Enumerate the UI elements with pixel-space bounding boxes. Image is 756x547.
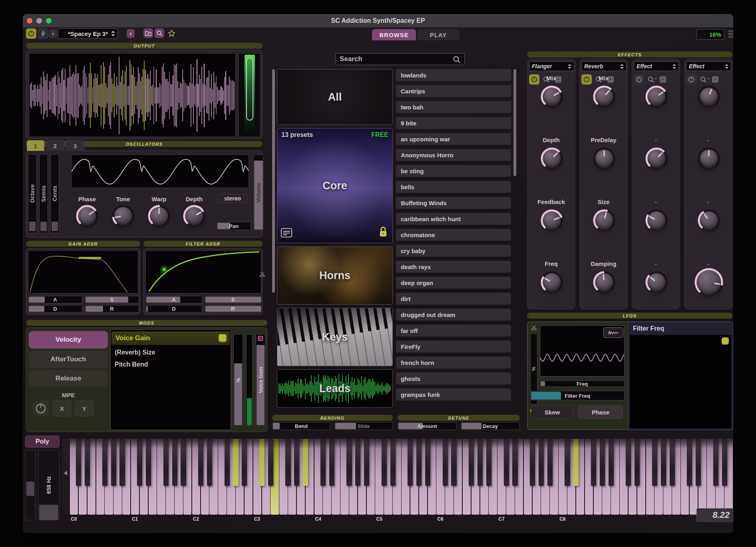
gain-s-slider[interactable]: S xyxy=(85,296,139,303)
gain-r-slider[interactable]: R xyxy=(85,305,139,313)
mix-knob[interactable] xyxy=(593,85,616,108)
master-power-button[interactable] xyxy=(26,28,36,39)
fx-knob[interactable] xyxy=(645,147,668,170)
mpe-y-button[interactable]: Y xyxy=(75,400,94,416)
damping-knob[interactable] xyxy=(593,271,616,294)
tab-browse[interactable]: BROWSE xyxy=(372,29,416,40)
fx-knob[interactable] xyxy=(694,268,724,297)
black-key[interactable] xyxy=(530,439,535,486)
black-key[interactable] xyxy=(207,439,212,486)
black-key[interactable] xyxy=(233,439,238,486)
volume-slider[interactable]: Volume xyxy=(253,155,264,230)
preset-item[interactable]: grampas funk xyxy=(396,388,511,400)
effect-type-select[interactable]: Effect xyxy=(634,61,679,71)
lfo-wave-display[interactable] xyxy=(540,325,625,377)
predelay-knob[interactable] xyxy=(593,147,616,170)
lfo-target-display[interactable] xyxy=(630,335,731,428)
black-key[interactable] xyxy=(486,439,491,486)
black-key[interactable] xyxy=(451,439,456,486)
lfo-phase-button[interactable]: Phase xyxy=(578,405,623,419)
black-key[interactable] xyxy=(346,439,352,486)
pan-slider[interactable]: Pan xyxy=(217,222,251,230)
black-key[interactable] xyxy=(722,439,727,486)
black-key[interactable] xyxy=(539,439,544,486)
black-key[interactable] xyxy=(443,439,448,486)
octave-slider[interactable]: Octave xyxy=(28,154,37,233)
black-key[interactable] xyxy=(425,439,430,486)
black-key[interactable] xyxy=(477,439,483,486)
category-tile-leads[interactable]: Leads xyxy=(277,369,393,408)
voice-gain-meter[interactable]: Voice Gain xyxy=(256,334,265,426)
black-key[interactable] xyxy=(172,439,177,486)
black-key[interactable] xyxy=(303,439,308,486)
black-key[interactable] xyxy=(329,439,334,486)
black-key[interactable] xyxy=(198,439,203,486)
preset-item[interactable]: FireFly xyxy=(396,341,511,353)
scroll-left-icon[interactable] xyxy=(63,470,68,476)
mod-source-release[interactable]: Release xyxy=(29,370,108,387)
mod-slot-item[interactable]: Pitch Bend xyxy=(115,361,148,368)
black-key[interactable] xyxy=(163,439,169,486)
freq-knob[interactable] xyxy=(540,271,563,294)
effect-type-select[interactable]: Effect xyxy=(686,61,731,71)
black-key[interactable] xyxy=(320,439,326,486)
black-key[interactable] xyxy=(137,439,142,486)
black-key[interactable] xyxy=(504,439,509,486)
oscillator-tab-3[interactable]: 3 xyxy=(66,140,84,151)
mix-knob[interactable] xyxy=(540,85,563,108)
size-knob[interactable] xyxy=(593,209,616,232)
filter-envelope-display[interactable] xyxy=(145,250,261,293)
category-tile-all[interactable]: All xyxy=(277,69,393,125)
black-key[interactable] xyxy=(713,439,718,486)
gain-d-slider[interactable]: D xyxy=(28,305,82,313)
preset-item[interactable]: 9 bite xyxy=(396,117,511,129)
tone-knob[interactable] xyxy=(111,204,135,228)
preset-item[interactable]: drugged out dream xyxy=(396,309,511,321)
black-key[interactable] xyxy=(652,439,657,486)
black-key[interactable] xyxy=(390,439,396,486)
black-key[interactable] xyxy=(294,439,299,486)
filter-r-slider[interactable]: R xyxy=(205,305,261,313)
gain-envelope-display[interactable] xyxy=(28,250,138,293)
scissors-icon[interactable] xyxy=(259,271,265,277)
black-key[interactable] xyxy=(591,439,596,486)
fx-knob[interactable] xyxy=(645,271,668,294)
black-key[interactable] xyxy=(111,439,116,486)
lfo-shape-button[interactable] xyxy=(603,327,623,338)
favorite-button[interactable] xyxy=(167,28,176,38)
black-key[interactable] xyxy=(146,439,151,486)
black-key[interactable] xyxy=(355,439,360,486)
stereo-button[interactable]: stereo xyxy=(217,194,248,203)
keyboard[interactable] xyxy=(62,439,733,515)
preset-item[interactable]: chromatone xyxy=(396,229,511,241)
oscillator-tab-2[interactable]: 2 xyxy=(46,140,64,151)
mod-wheel[interactable]: 658 Hz xyxy=(38,450,60,520)
effect-type-select[interactable]: Flanger xyxy=(529,61,574,71)
quick-action-button[interactable] xyxy=(38,28,48,39)
mod-slot-active[interactable]: Voice Gain xyxy=(111,331,230,345)
preset-next-button[interactable]: › xyxy=(127,29,135,38)
preset-item[interactable]: Anonymous Horro xyxy=(396,149,511,161)
preset-item[interactable]: two bah xyxy=(396,101,511,113)
black-key[interactable] xyxy=(76,439,81,486)
preset-item[interactable]: deep organ xyxy=(396,277,511,289)
lfo-freq-slider[interactable]: Freq xyxy=(540,381,625,387)
preset-item[interactable]: be sting xyxy=(396,165,511,177)
black-key[interactable] xyxy=(512,439,517,486)
oscillator-tab-1[interactable]: 1 xyxy=(27,140,44,151)
black-key[interactable] xyxy=(626,439,631,486)
black-key[interactable] xyxy=(670,439,675,486)
preset-item[interactable]: caribbean witch hunt xyxy=(396,213,511,225)
preset-item[interactable]: lowlands xyxy=(396,69,511,81)
fx-knob[interactable] xyxy=(697,85,720,108)
slide-slider[interactable]: Slide xyxy=(334,422,393,430)
black-key[interactable] xyxy=(181,439,186,486)
category-tile-core[interactable]: Core13 presetsFREE xyxy=(277,128,393,243)
oscillator-wave-display[interactable] xyxy=(71,155,249,188)
search-input[interactable] xyxy=(335,53,465,65)
depth-knob[interactable] xyxy=(183,204,206,228)
black-key[interactable] xyxy=(242,439,247,486)
fx-knob[interactable] xyxy=(645,85,668,108)
filter-d-slider[interactable]: D xyxy=(145,305,202,313)
mod-source-aftertouch[interactable]: AfterTouch xyxy=(29,351,108,368)
